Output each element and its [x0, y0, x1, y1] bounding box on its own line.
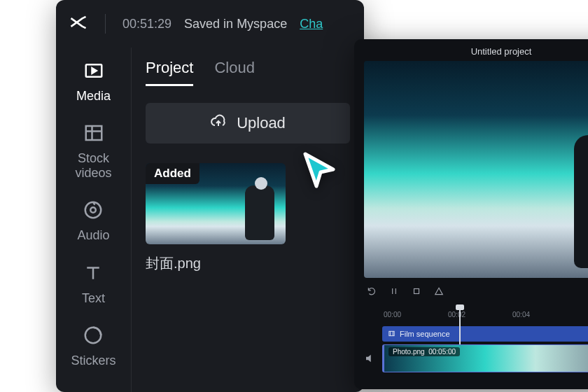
upload-button[interactable]: Upload: [146, 103, 350, 144]
sequence-label: Film sequence: [400, 330, 450, 338]
text-icon: [83, 262, 104, 287]
main-panel: Project Cloud Upload Added 封面.png: [132, 48, 364, 392]
stock-videos-icon: [83, 122, 104, 147]
preview-window: Untitled project 00:00 00:02 00:04 Film …: [354, 39, 588, 389]
preview-viewport: [364, 61, 588, 278]
sidebar-item-label: Text: [82, 291, 105, 306]
tab-cloud[interactable]: Cloud: [214, 59, 254, 86]
svg-rect-6: [389, 331, 394, 335]
speaker-icon[interactable]: [364, 352, 377, 365]
ruler-tick: 00:00: [384, 311, 401, 318]
media-filename: 封面.png: [146, 254, 286, 273]
sidebar-item-stickers[interactable]: Stickers: [71, 325, 115, 368]
sidebar-item-media[interactable]: Media: [76, 60, 111, 103]
undo-icon[interactable]: [367, 286, 377, 298]
autosave-link[interactable]: Cha: [300, 17, 323, 31]
stickers-icon: [83, 325, 104, 349]
upload-label: Upload: [237, 114, 286, 132]
sidebar-item-label: Stickers: [71, 354, 115, 368]
split-icon[interactable]: [389, 286, 399, 298]
audio-icon: [83, 200, 104, 224]
cloud-upload-icon: [210, 113, 227, 134]
sidebar-item-label: Media: [76, 89, 111, 104]
timestamp: 00:51:29: [122, 17, 172, 31]
transport-controls: [354, 278, 588, 307]
panel-tabs: Project Cloud: [146, 59, 350, 86]
save-status: Saved in Myspace: [184, 17, 287, 31]
editor-window: 00:51:29 Saved in Myspace Cha Media Stoc…: [56, 0, 364, 392]
sidebar-item-stock-videos[interactable]: Stock videos: [75, 122, 111, 180]
time-ruler[interactable]: 00:00 00:02 00:04: [364, 307, 588, 322]
sidebar: Media Stock videos Audio Text Stickers: [56, 48, 132, 392]
film-icon: [388, 330, 396, 339]
app-logo-icon: [69, 13, 88, 36]
tab-project[interactable]: Project: [146, 59, 193, 86]
clip-label: Photo.png 00:05:00: [388, 347, 460, 356]
added-badge: Added: [146, 163, 200, 184]
svg-point-3: [91, 208, 97, 214]
crop-icon[interactable]: [412, 286, 421, 298]
svg-point-2: [85, 202, 102, 218]
timeline-clip[interactable]: Photo.png 00:05:00: [382, 344, 588, 372]
sidebar-item-audio[interactable]: Audio: [77, 200, 109, 242]
ruler-tick: 00:02: [448, 311, 465, 318]
sidebar-item-label: Audio: [77, 228, 109, 243]
svg-rect-1: [85, 126, 102, 140]
svg-rect-5: [414, 289, 419, 294]
sidebar-item-text[interactable]: Text: [82, 262, 105, 305]
media-item[interactable]: Added 封面.png: [146, 163, 286, 273]
warning-icon[interactable]: [434, 286, 444, 298]
divider: [105, 14, 106, 34]
project-title: Untitled project: [354, 39, 588, 61]
media-thumbnail: Added: [146, 163, 286, 244]
media-icon: [83, 60, 104, 85]
sidebar-item-label: Stock videos: [75, 151, 111, 180]
sequence-bar[interactable]: Film sequence: [382, 326, 588, 342]
ruler-tick: 00:04: [512, 311, 530, 318]
topbar: 00:51:29 Saved in Myspace Cha: [56, 0, 364, 48]
timeline-track: Photo.png 00:05:00: [364, 344, 588, 372]
